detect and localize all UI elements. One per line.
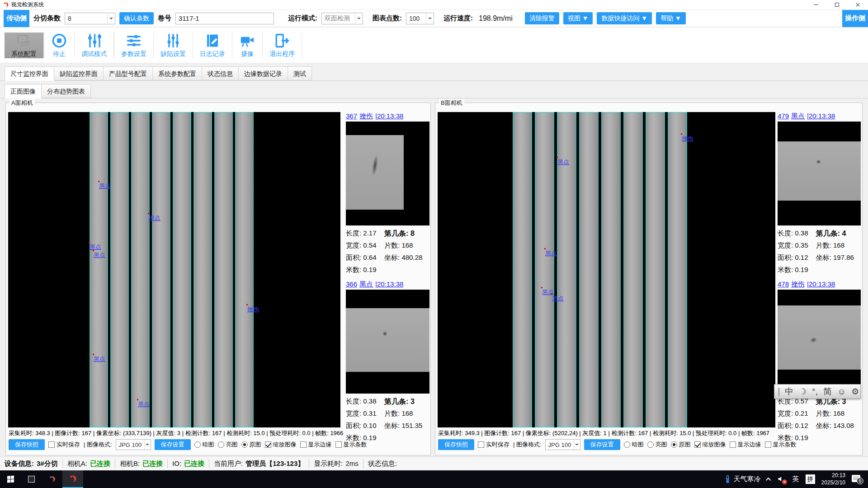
divider xyxy=(0,98,868,99)
drag-handle-icon[interactable] xyxy=(778,388,779,396)
notification-center-button[interactable]: 6 xyxy=(852,474,863,484)
system-config-button[interactable]: 系统配置 xyxy=(5,33,43,58)
defect-label: 黑点 xyxy=(149,214,160,222)
top-toolbar: 传动侧 分切条数 8 确认条数 卷号 运行模式: 双面检测 图表点数: 100 … xyxy=(0,10,868,27)
log-record-button[interactable]: 日志记录 xyxy=(193,33,232,58)
tab-size-monitor[interactable]: 尺寸监控界面 xyxy=(5,66,54,81)
punctuation-icon[interactable]: °, xyxy=(812,387,818,396)
defect-label: 黑点 xyxy=(94,251,105,259)
drive-side-button[interactable]: 传动侧 xyxy=(4,10,29,27)
divider xyxy=(309,459,309,468)
tab-front-image[interactable]: 正面图像 xyxy=(5,84,42,99)
gear-icon[interactable]: ⚙ xyxy=(851,387,859,396)
slit-count-select[interactable]: 8 xyxy=(65,13,115,24)
image-format-select[interactable]: JPG 100 xyxy=(116,439,151,450)
active-app-button[interactable] xyxy=(62,470,83,488)
roll-number-input[interactable] xyxy=(175,13,274,24)
defect-entry[interactable]: 366 黑点 |20:13:38 长度: 0.38 第几条: 3 宽度: 0.3… xyxy=(346,280,429,446)
defect-label: 挫伤 xyxy=(682,135,693,143)
window-title: 视觉检测系统 xyxy=(11,1,44,9)
chevron-down-icon xyxy=(574,440,580,450)
radio-selected-icon xyxy=(671,441,677,448)
zoom-image-checkbox[interactable]: 缩放图像 xyxy=(265,441,297,449)
tray-overflow-icon[interactable] xyxy=(766,477,771,482)
close-button[interactable] xyxy=(847,0,868,10)
save-snapshot-button[interactable]: 保存快照 xyxy=(9,439,45,450)
defect-header[interactable]: 479 黑点 |20:13:38 xyxy=(778,112,861,122)
exit-program-button[interactable]: 退出程序 xyxy=(263,33,302,58)
divider xyxy=(167,459,168,468)
save-settings-button[interactable]: 保存设置 xyxy=(584,439,620,450)
camera-capture-button[interactable]: 摄像 xyxy=(232,33,262,58)
operator-side-button[interactable]: 操作侧 xyxy=(842,10,868,27)
tab-defect-monitor[interactable]: 缺陷监控界面 xyxy=(54,66,104,80)
data-access-menu-button[interactable]: 数据快捷访问 ▼ xyxy=(597,12,652,24)
ime-language-bar[interactable]: 中 ☽ °, 简 ☺ ⚙ xyxy=(774,384,861,399)
bright-image-radio[interactable]: 亮图 xyxy=(218,441,238,449)
bright-image-radio[interactable]: 亮图 xyxy=(647,441,667,449)
minimize-button[interactable] xyxy=(806,0,826,10)
show-strip-count-checkbox[interactable]: 显示条数 xyxy=(765,441,797,449)
tab-system-param-config[interactable]: 系统参数配置 xyxy=(153,66,202,80)
stop-button[interactable]: 停止 xyxy=(44,33,74,58)
dark-image-radio[interactable]: 暗图 xyxy=(624,441,644,449)
debug-mode-button[interactable]: 调试模式 xyxy=(75,33,113,58)
tab-product-model-config[interactable]: 产品型号配置 xyxy=(104,66,153,80)
clear-alarm-button[interactable]: 清除报警 xyxy=(525,12,559,24)
date-text: 2025/2/10 xyxy=(821,479,845,487)
defect-entry[interactable]: 367 挫伤 |20:13:38 长度: 2.17 第几条: 8 宽度: 0.5… xyxy=(346,112,429,277)
defect-thumbnail xyxy=(778,290,861,394)
start-button[interactable] xyxy=(0,470,21,488)
show-edges-checkbox[interactable]: 显示边缘 xyxy=(730,441,761,449)
radio-icon xyxy=(624,441,630,448)
defect-thumbnail xyxy=(346,122,429,225)
defect-entry[interactable]: 479 黑点 |20:13:38 长度: 0.38 第几条: 4 宽度: 0.3… xyxy=(778,112,861,277)
original-image-radio[interactable]: 原图 xyxy=(241,441,261,449)
defect-info: 长度: 0.38 第几条: 4 宽度: 0.35 片数: 168 面积: 0.1… xyxy=(778,225,861,276)
show-edges-checkbox[interactable]: 显示边缘 xyxy=(300,441,332,449)
defect-settings-button[interactable]: 缺陷设置 xyxy=(154,33,193,58)
state-info-label: 状态信息: xyxy=(368,460,397,468)
save-settings-button[interactable]: 保存设置 xyxy=(155,439,191,450)
weather-widget[interactable]: 天气寒冷 xyxy=(724,475,761,484)
original-image-radio[interactable]: 原图 xyxy=(671,441,691,449)
roll-number-label: 卷号 xyxy=(158,14,171,23)
emoji-icon[interactable]: ☺ xyxy=(837,387,846,396)
realtime-save-checkbox[interactable]: 实时保存 xyxy=(48,441,80,449)
zoom-image-checkbox[interactable]: 缩放图像 xyxy=(694,441,726,449)
language-indicator[interactable]: 英 xyxy=(793,475,799,483)
task-view-button[interactable] xyxy=(21,470,42,488)
tab-edge-data-record[interactable]: 边缘数据记录 xyxy=(239,66,288,80)
ime-mode-chinese[interactable]: 中 xyxy=(785,387,793,396)
pinned-app-button[interactable] xyxy=(42,470,62,488)
help-menu-button[interactable]: 帮助 ▼ xyxy=(656,12,686,24)
run-mode-select[interactable]: 双面检测 xyxy=(321,13,363,24)
defect-header[interactable]: 478 挫伤 |20:13:38 xyxy=(778,280,861,290)
save-snapshot-button[interactable]: 保存快照 xyxy=(438,439,474,450)
parameter-settings-button[interactable]: 参数设置 xyxy=(114,33,153,58)
moon-icon[interactable]: ☽ xyxy=(799,387,807,396)
clock-widget[interactable]: 20:13 2025/2/10 xyxy=(821,472,845,486)
view-menu-button[interactable]: 视图 ▼ xyxy=(563,12,593,24)
realtime-save-checkbox[interactable]: 实时保存 xyxy=(478,441,509,449)
ime-indicator[interactable]: 拼 xyxy=(806,474,815,484)
defect-entry[interactable]: 478 挫伤 |20:13:38 长度: 0.57 第几条: 3 宽度: 0.2… xyxy=(778,280,861,446)
defect-header[interactable]: 366 黑点 |20:13:38 xyxy=(346,280,429,290)
maximize-button[interactable] xyxy=(826,0,847,10)
tab-distribution-trend-chart[interactable]: 分布趋势图表 xyxy=(42,84,91,98)
chart-points-select[interactable]: 100 xyxy=(406,13,434,24)
image-format-select[interactable]: JPG 100 xyxy=(545,439,580,450)
show-strip-count-checkbox[interactable]: 显示条数 xyxy=(335,441,367,449)
tab-status-info[interactable]: 状态信息 xyxy=(202,66,239,80)
defect-info: 长度: 2.17 第几条: 8 宽度: 0.54 片数: 168 面积: 0.6… xyxy=(346,225,429,276)
defect-header[interactable]: 367 挫伤 |20:13:38 xyxy=(346,112,429,122)
radio-icon xyxy=(194,441,201,448)
checkbox-icon xyxy=(300,441,307,448)
tab-test[interactable]: 测试 xyxy=(288,66,312,80)
volume-muted-button[interactable]: ✕ xyxy=(777,475,786,483)
dark-image-radio[interactable]: 暗图 xyxy=(194,441,214,449)
simplified-charset-icon[interactable]: 简 xyxy=(823,387,832,396)
chevron-down-icon xyxy=(107,13,115,24)
confirm-count-button[interactable]: 确认条数 xyxy=(119,12,154,24)
camera-b-panel: B面相机 挫伤 黑点 黑点 黑点 黑点 479 黑点 |20:13:38 xyxy=(435,103,863,455)
